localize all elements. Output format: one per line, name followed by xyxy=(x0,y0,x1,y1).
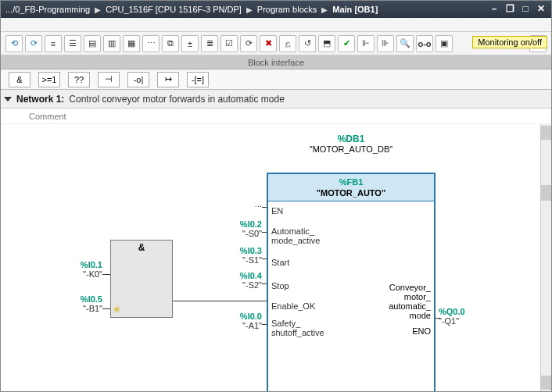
tag-s1: "-S1" xyxy=(220,255,262,265)
restore-button[interactable]: ❐ xyxy=(503,3,517,16)
pin-conveyor: Conveyor_motor_automatic_mode xyxy=(389,283,431,320)
tool-btn-6[interactable]: ▥ xyxy=(103,35,120,52)
pin-enableok: Enable_OK xyxy=(271,301,315,311)
tool-btn-5[interactable]: ▤ xyxy=(84,35,101,52)
tool-btn-2[interactable]: ⟳ xyxy=(25,35,42,52)
tool-btn-8[interactable]: ⋯ xyxy=(142,35,160,52)
tag-s2: "-S2" xyxy=(220,280,262,290)
palette-box[interactable]: ?? xyxy=(68,72,90,87)
pin-eno: ENO xyxy=(412,326,431,336)
tool-btn-13[interactable]: ⟳ xyxy=(240,35,257,52)
addr-s2: %I0.4 xyxy=(220,271,262,280)
tool-btn-15[interactable]: ⎌ xyxy=(279,35,296,52)
tool-btn-12[interactable]: ☑ xyxy=(220,35,238,52)
en-dots: ... xyxy=(226,199,262,208)
addr-a1: %I0.0 xyxy=(220,312,262,321)
close-button[interactable]: ✕ xyxy=(534,3,548,16)
network-desc: Control conveyor motor forwards in autom… xyxy=(69,94,284,105)
pin-stop: Stop xyxy=(271,281,289,290)
tool-btn-7[interactable]: ▦ xyxy=(123,35,140,52)
fb-block[interactable]: %FB1 "MOTOR_AUTO" EN Automatic_mode_acti… xyxy=(267,173,436,391)
palette-branch[interactable]: -[=] xyxy=(187,72,209,87)
monitoring-button[interactable]: ο-ο xyxy=(416,35,433,52)
minimize-button[interactable]: – xyxy=(487,3,501,16)
palette-ge1[interactable]: >=1 xyxy=(38,72,60,87)
palette: & >=1 ?? ⊣ -o| ↦ -[=] xyxy=(1,69,551,90)
tool-btn-16[interactable]: ↺ xyxy=(299,35,316,52)
network-comment[interactable]: Comment xyxy=(1,109,551,124)
palette-assign[interactable]: -o| xyxy=(127,72,149,87)
tool-btn-17[interactable]: ⬒ xyxy=(318,35,335,52)
db-address: %DB1 xyxy=(282,134,420,144)
tag-s0: "-S0" xyxy=(220,229,262,238)
tool-btn-21[interactable]: 🔍 xyxy=(396,35,414,52)
tag-b1: "-B1" xyxy=(56,304,102,313)
diagram-canvas[interactable]: %DB1 "MOTOR_AUTO_DB" %FB1 "MOTOR_AUTO" E… xyxy=(1,124,551,391)
addr-b1: %I0.5 xyxy=(56,294,102,304)
pin-safety: Safety_shutoff_active xyxy=(271,319,324,337)
palette-not[interactable]: ⊣ xyxy=(98,72,120,87)
tool-btn-20[interactable]: ⊪ xyxy=(377,35,394,52)
fb-address: %FB1 xyxy=(270,177,432,187)
monitoring-tooltip: Monitoring on/off xyxy=(472,36,547,48)
tool-btn-11[interactable]: ≣ xyxy=(201,35,218,52)
tool-btn-10[interactable]: ± xyxy=(181,35,199,52)
addr-s0: %I0.2 xyxy=(220,219,262,229)
tag-k0: "-K0" xyxy=(56,269,102,279)
pin-auto: Automatic_mode_active xyxy=(271,226,320,245)
and-title: & xyxy=(111,241,172,253)
maximize-button[interactable]: □ xyxy=(518,3,532,16)
tool-btn-14[interactable]: ✖ xyxy=(260,35,277,52)
and-block[interactable]: & ✳ xyxy=(110,240,173,318)
pin-en: EN xyxy=(271,206,283,216)
title-bar: .../0_FB-Programming▶ CPU_1516F [CPU 151… xyxy=(1,1,551,18)
pin-start: Start xyxy=(271,258,289,267)
tool-btn-19[interactable]: ⊩ xyxy=(357,35,375,52)
tool-btn-3[interactable]: ≡ xyxy=(45,35,62,52)
block-interface-bar[interactable]: Block interface xyxy=(1,55,551,69)
palette-jump[interactable]: ↦ xyxy=(157,72,179,87)
network-title: Network 1: xyxy=(16,94,64,105)
db-name: "MOTOR_AUTO_DB" xyxy=(282,144,420,154)
tool-btn-9[interactable]: ⧉ xyxy=(162,35,179,52)
collapse-arrow-icon[interactable] xyxy=(4,97,12,102)
tool-btn-1[interactable]: ⟲ xyxy=(5,35,23,52)
addr-q1: %Q0.0 xyxy=(439,307,465,316)
tool-btn-23[interactable]: ▣ xyxy=(436,35,453,52)
network-header[interactable]: Network 1: Control conveyor motor forwar… xyxy=(1,90,551,109)
fb-name: "MOTOR_AUTO" xyxy=(270,188,432,198)
toolbar: ⟲ ⟳ ≡ ☰ ▤ ▥ ▦ ⋯ ⧉ ± ≣ ☑ ⟳ ✖ ⎌ ↺ ⬒ ✔ ⊩ ⊪ … xyxy=(1,32,551,55)
tag-a1: "-A1" xyxy=(220,321,262,330)
breadcrumb: .../0_FB-Programming▶ CPU_1516F [CPU 151… xyxy=(5,5,378,14)
tool-btn-4[interactable]: ☰ xyxy=(64,35,81,52)
addr-s1: %I0.3 xyxy=(220,246,262,255)
edge-marker-icon: ✳ xyxy=(113,304,121,315)
tag-q1: "-Q1" xyxy=(439,316,465,326)
palette-and[interactable]: & xyxy=(9,72,30,87)
addr-k0: %I0.1 xyxy=(56,260,102,269)
tool-btn-18[interactable]: ✔ xyxy=(338,35,355,52)
